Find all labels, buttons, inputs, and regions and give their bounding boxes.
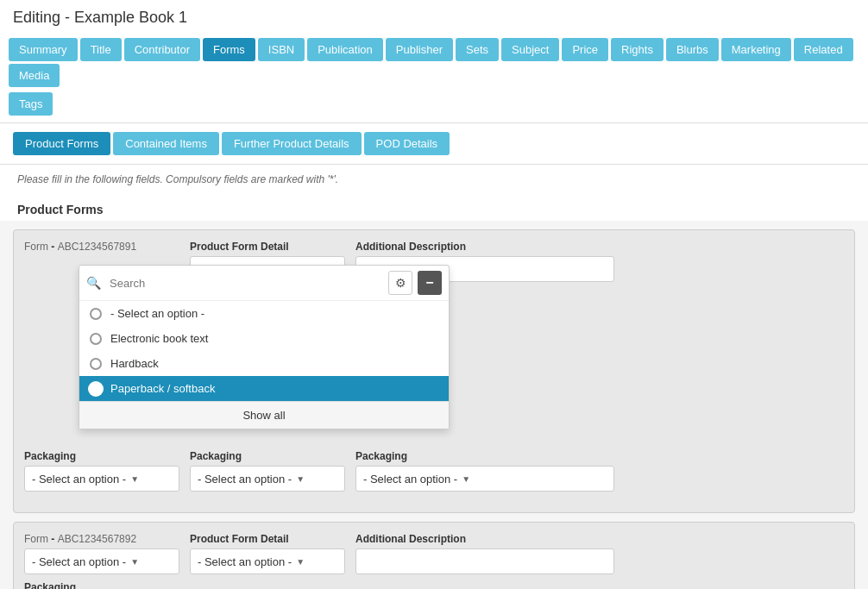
additional-description-input-2[interactable] — [355, 548, 614, 574]
packaging-select-1a[interactable]: - Select an option - — [24, 466, 179, 492]
section-title: Product Forms — [0, 194, 868, 221]
tab-rights[interactable]: Rights — [611, 38, 664, 61]
instructions-text: Please fill in the following fields. Com… — [0, 165, 868, 194]
search-icon: 🔍 — [86, 276, 101, 290]
tab-blurbs[interactable]: Blurbs — [666, 38, 719, 61]
form-dropdown-1: 🔍 ⚙ − - Select an option - Electronic bo… — [79, 265, 450, 429]
dropdown-option-3[interactable]: Paperback / softback — [79, 376, 449, 401]
radio-icon-0 — [90, 308, 102, 320]
packaging-select-1c[interactable]: - Select an option - — [355, 466, 614, 492]
main-nav: Summary Title Contributor Forms ISBN Pub… — [0, 38, 868, 123]
additional-description-label-2: Additional Description — [355, 533, 614, 545]
form-select-2[interactable]: - Select an option - — [24, 548, 179, 574]
product-form-detail-select-2[interactable]: - Select an option - — [190, 548, 345, 574]
tab-marketing[interactable]: Marketing — [721, 38, 791, 61]
radio-icon-2 — [90, 358, 102, 370]
minus-button[interactable]: − — [418, 271, 442, 295]
sub-tab-further-product-details[interactable]: Further Product Details — [222, 132, 362, 155]
tab-related[interactable]: Related — [794, 38, 853, 61]
form-label-2: Form - ABC1234567892 — [24, 533, 179, 545]
dropdown-option-1[interactable]: Electronic book text — [79, 326, 449, 351]
packaging-label-1a: Packaging — [24, 450, 179, 462]
tab-price[interactable]: Price — [562, 38, 608, 61]
radio-icon-1 — [90, 333, 102, 345]
product-form-detail-label-1: Product Form Detail — [190, 241, 345, 253]
form-label-1: Form - ABC1234567891 — [24, 241, 179, 253]
tab-title[interactable]: Title — [80, 38, 122, 61]
dropdown-search-input[interactable] — [106, 275, 383, 291]
sub-tab-contained-items[interactable]: Contained Items — [113, 132, 219, 155]
dropdown-option-2[interactable]: Hardback — [79, 351, 449, 376]
tab-isbn[interactable]: ISBN — [258, 38, 305, 61]
packaging-label-2: Packaging — [24, 581, 179, 589]
packaging-select-1b[interactable]: - Select an option - — [190, 466, 345, 492]
form-card-1: Form - ABC1234567891 Paperback / softbac… — [13, 229, 855, 513]
tab-publication[interactable]: Publication — [307, 38, 383, 61]
packaging-label-1c: Packaging — [355, 450, 614, 462]
product-form-detail-label-2: Product Form Detail — [190, 533, 345, 545]
tab-subject[interactable]: Subject — [501, 38, 559, 61]
gear-button[interactable]: ⚙ — [388, 271, 412, 295]
tab-media[interactable]: Media — [9, 64, 60, 87]
tab-tags[interactable]: Tags — [9, 92, 53, 116]
tab-summary[interactable]: Summary — [9, 38, 78, 61]
radio-icon-3 — [90, 383, 102, 395]
sub-tab-product-forms[interactable]: Product Forms — [13, 132, 110, 155]
tab-contributor[interactable]: Contributor — [124, 38, 200, 61]
form-card-2: Form - ABC1234567892 - Select an option … — [13, 522, 855, 589]
additional-description-label-1: Additional Description — [355, 241, 614, 253]
sub-tab-pod-details[interactable]: POD Details — [364, 132, 450, 155]
packaging-label-1b: Packaging — [190, 450, 345, 462]
show-all-button[interactable]: Show all — [79, 401, 449, 429]
tab-sets[interactable]: Sets — [456, 38, 499, 61]
page-title: Editing - Example Book 1 — [13, 9, 855, 27]
tab-forms[interactable]: Forms — [203, 38, 255, 61]
tab-publisher[interactable]: Publisher — [386, 38, 453, 61]
dropdown-option-0[interactable]: - Select an option - — [79, 301, 449, 326]
sub-nav: Product Forms Contained Items Further Pr… — [0, 123, 868, 165]
